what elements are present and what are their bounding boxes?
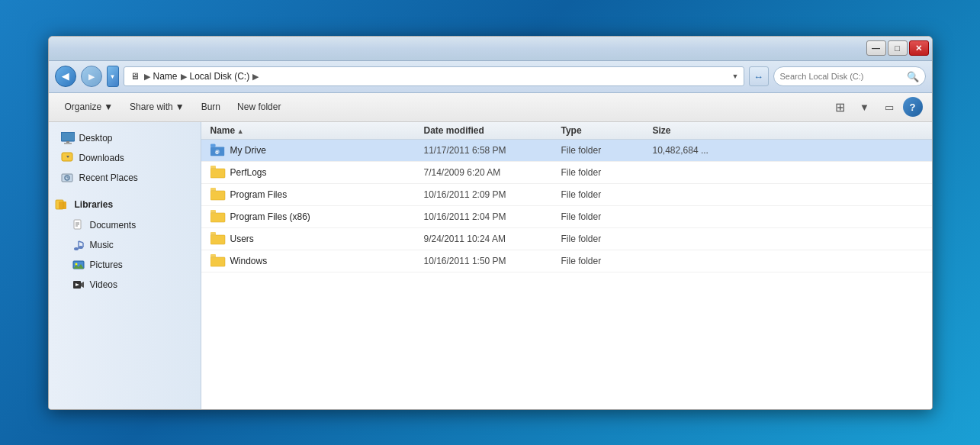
path-computer-icon: 🖥 xyxy=(129,70,141,82)
music-icon xyxy=(72,238,85,252)
toolbar: Organize ▼ Share with ▼ Burn New folder … xyxy=(49,93,932,122)
column-type-header[interactable]: Type xyxy=(561,125,653,136)
folder-yellow-icon xyxy=(210,254,226,268)
refresh-button[interactable]: ↔ xyxy=(749,66,769,86)
minimize-button[interactable]: — xyxy=(866,40,886,56)
file-name-cell: Program Files xyxy=(210,188,424,202)
table-row[interactable]: Program Files (x86) 10/16/2011 2:04 PM F… xyxy=(201,206,932,228)
organize-button[interactable]: Organize ▼ xyxy=(58,97,120,117)
svg-rect-31 xyxy=(210,143,215,147)
sidebar-item-music[interactable]: Music xyxy=(49,235,201,255)
file-type: File folder xyxy=(561,234,653,244)
nav-dropdown-button[interactable]: ▼ xyxy=(107,66,119,87)
file-date: 10/16/2011 2:04 PM xyxy=(424,211,561,222)
path-sep-2: ▶ xyxy=(181,72,187,82)
folder-yellow-icon xyxy=(210,188,226,202)
sidebar-item-recent-places[interactable]: Recent Places xyxy=(49,168,201,188)
svg-point-19 xyxy=(74,247,79,250)
search-input[interactable] xyxy=(780,72,904,81)
explorer-window: — □ ✕ ◀ ▶ ▼ 🖥 ▶ Name ▶ Local Disk (C:) ▶… xyxy=(48,36,933,410)
svg-rect-2 xyxy=(66,141,69,143)
file-date: 10/16/2011 1:50 PM xyxy=(424,256,561,266)
table-row[interactable]: PerfLogs 7/14/2009 6:20 AM File folder xyxy=(201,162,932,184)
sidebar-libraries-section: Libraries Documents Music xyxy=(49,194,201,295)
sidebar-item-documents[interactable]: Documents xyxy=(49,215,201,235)
help-button[interactable]: ? xyxy=(903,97,923,117)
file-date: 9/24/2011 10:24 AM xyxy=(424,234,561,244)
sidebar-videos-label: Videos xyxy=(90,279,117,290)
table-row[interactable]: G My Drive 11/17/2011 6:58 PM File folde… xyxy=(201,140,932,162)
address-bar-container: ◀ ▶ ▼ 🖥 ▶ Name ▶ Local Disk (C:) ▶ ▼ ↔ 🔍 xyxy=(49,61,932,93)
path-sep-1: ▶ xyxy=(144,72,150,82)
downloads-icon xyxy=(61,151,75,165)
svg-point-20 xyxy=(79,246,83,249)
sidebar-libraries-header[interactable]: Libraries xyxy=(49,194,201,215)
sidebar-music-label: Music xyxy=(90,240,114,250)
burn-button[interactable]: Burn xyxy=(194,97,227,117)
toolbar-right: ⊞ ▼ ▭ ? xyxy=(830,97,923,117)
path-drive-label: Local Disk (C:) xyxy=(190,71,250,82)
svg-rect-43 xyxy=(210,235,225,244)
new-folder-label: New folder xyxy=(237,102,281,112)
svg-rect-0 xyxy=(61,132,75,141)
sidebar: Desktop Downloads Recent Places xyxy=(49,122,201,409)
file-type: File folder xyxy=(561,145,653,156)
forward-button[interactable]: ▶ xyxy=(81,66,102,87)
sidebar-documents-label: Documents xyxy=(90,220,137,231)
svg-rect-46 xyxy=(210,257,225,266)
pictures-icon xyxy=(72,258,85,272)
column-date-header[interactable]: Date modified xyxy=(424,125,561,136)
column-size-header[interactable]: Size xyxy=(653,125,923,136)
svg-rect-34 xyxy=(210,169,225,178)
svg-marker-27 xyxy=(81,282,84,288)
share-with-dropdown-icon: ▼ xyxy=(175,102,185,112)
documents-icon xyxy=(72,218,85,232)
search-icon[interactable]: 🔍 xyxy=(907,71,919,82)
file-name: Program Files (x86) xyxy=(230,211,310,222)
file-name: My Drive xyxy=(230,145,266,156)
svg-line-22 xyxy=(79,241,83,243)
desktop-icon xyxy=(61,131,75,145)
sidebar-item-desktop[interactable]: Desktop xyxy=(49,128,201,148)
file-date: 10/16/2011 2:09 PM xyxy=(424,189,561,200)
sidebar-libraries-label: Libraries xyxy=(75,199,114,210)
path-dropdown-arrow[interactable]: ▼ xyxy=(732,73,739,80)
table-row[interactable]: Program Files 10/16/2011 2:09 PM File fo… xyxy=(201,184,932,206)
file-name: PerfLogs xyxy=(230,167,267,178)
file-name-cell: G My Drive xyxy=(210,143,424,157)
file-date: 11/17/2011 6:58 PM xyxy=(424,145,561,156)
share-with-button[interactable]: Share with ▼ xyxy=(123,97,191,117)
sidebar-item-videos[interactable]: Videos xyxy=(49,275,201,295)
sidebar-desktop-label: Desktop xyxy=(79,133,113,143)
libraries-icon xyxy=(55,197,70,212)
sidebar-item-pictures[interactable]: Pictures xyxy=(49,255,201,275)
file-type: File folder xyxy=(561,211,653,222)
file-list-container: Name Date modified Type Size xyxy=(201,122,932,409)
column-name-header[interactable]: Name xyxy=(210,125,424,136)
file-name-cell: Program Files (x86) xyxy=(210,210,424,224)
folder-yellow-icon xyxy=(210,232,226,246)
back-button[interactable]: ◀ xyxy=(55,66,76,87)
title-bar: — □ ✕ xyxy=(49,37,932,61)
preview-pane-button[interactable]: ▭ xyxy=(879,97,900,117)
window-controls: — □ ✕ xyxy=(866,40,929,56)
search-box[interactable]: 🔍 xyxy=(773,66,926,86)
view-dropdown-button[interactable]: ▼ xyxy=(854,97,876,117)
new-folder-button[interactable]: New folder xyxy=(230,97,288,117)
path-sep-3: ▶ xyxy=(252,72,259,82)
folder-yellow-icon xyxy=(210,210,226,224)
address-path[interactable]: 🖥 ▶ Name ▶ Local Disk (C:) ▶ ▼ xyxy=(124,66,744,86)
close-button[interactable]: ✕ xyxy=(909,40,929,56)
file-name-cell: PerfLogs xyxy=(210,166,424,179)
folder-yellow-icon xyxy=(210,166,226,179)
help-label: ? xyxy=(910,102,916,113)
file-type: File folder xyxy=(561,189,653,200)
table-row[interactable]: Windows 10/16/2011 1:50 PM File folder xyxy=(201,250,932,272)
sidebar-item-downloads[interactable]: Downloads xyxy=(49,148,201,168)
path-computer-label: Name xyxy=(153,71,178,82)
file-name-cell: Windows xyxy=(210,254,424,268)
maximize-button[interactable]: □ xyxy=(888,40,908,56)
view-details-button[interactable]: ⊞ xyxy=(830,97,851,117)
sidebar-downloads-label: Downloads xyxy=(79,153,124,163)
table-row[interactable]: Users 9/24/2011 10:24 AM File folder xyxy=(201,228,932,250)
